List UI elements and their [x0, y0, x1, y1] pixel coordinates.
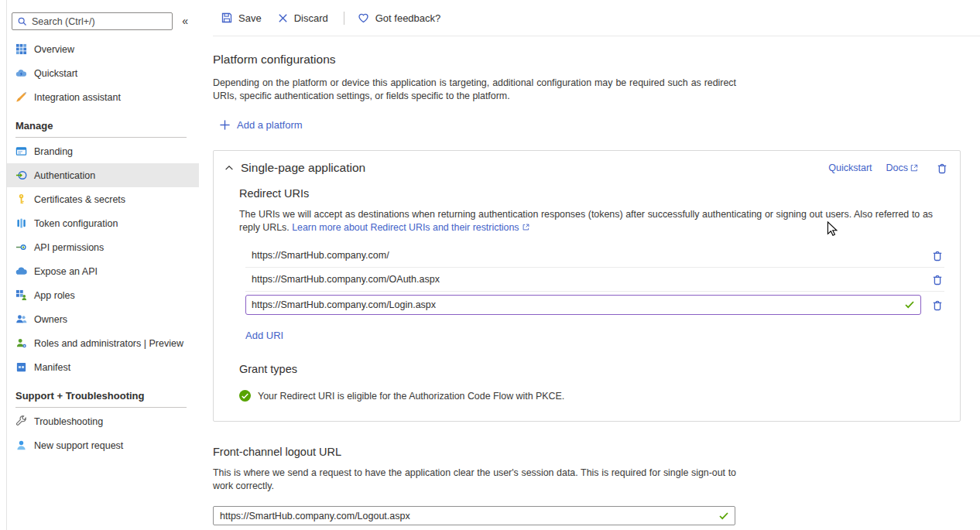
- redirect-uri-list: https://SmartHub.company.com/ https://Sm…: [245, 244, 944, 318]
- sidebar-item-label: API permissions: [34, 242, 104, 253]
- page: « Overview Quickstart: [0, 0, 980, 530]
- delete-uri-button[interactable]: [931, 273, 944, 286]
- quickstart-link[interactable]: Quickstart: [828, 162, 872, 173]
- sidebar-item-label: Manifest: [34, 362, 70, 373]
- discard-label: Discard: [294, 12, 328, 24]
- search-icon: [17, 16, 27, 26]
- grant-types-status: Your Redirect URI is eligible for the Au…: [239, 390, 944, 402]
- feedback-button[interactable]: Got feedback?: [357, 12, 441, 24]
- sidebar-item-label: Troubleshooting: [34, 416, 103, 427]
- collapse-sidebar-button[interactable]: «: [182, 15, 188, 27]
- save-label: Save: [238, 12, 262, 24]
- trash-icon: [936, 162, 948, 175]
- sidebar-item-token-configuration[interactable]: Token configuration: [7, 211, 199, 235]
- external-link-icon: [910, 163, 919, 173]
- external-link-icon: [522, 223, 530, 231]
- success-check-icon: [239, 390, 251, 402]
- sidebar-item-label: Overview: [34, 44, 74, 55]
- sidebar-item-overview[interactable]: Overview: [7, 37, 199, 61]
- wrench-icon: [15, 415, 27, 427]
- save-icon: [221, 12, 233, 24]
- sidebar-item-label: App roles: [34, 290, 75, 301]
- sidebar: « Overview Quickstart: [0, 0, 199, 530]
- sidebar-item-label: Owners: [34, 314, 67, 325]
- cloud-icon: [15, 265, 27, 277]
- sidebar-item-manifest[interactable]: Manifest: [7, 355, 199, 379]
- platform-configurations-description: Depending on the platform or device this…: [213, 77, 736, 102]
- delete-uri-button[interactable]: [931, 299, 944, 312]
- sidebar-item-label: Roles and administrators | Preview: [34, 338, 183, 349]
- sidebar-item-owners[interactable]: Owners: [7, 307, 199, 331]
- sidebar-item-label: Authentication: [34, 170, 95, 181]
- redirect-uri-value[interactable]: https://SmartHub.company.com/OAuth.aspx: [245, 274, 928, 285]
- support-person-icon: [15, 439, 27, 451]
- front-channel-logout-title: Front-channel logout URL: [213, 446, 961, 458]
- grant-types-message: Your Redirect URI is eligible for the Au…: [258, 391, 564, 402]
- front-channel-logout-input[interactable]: [213, 506, 735, 525]
- redirect-uri-row: [245, 292, 944, 318]
- trash-icon: [931, 249, 944, 262]
- discard-button[interactable]: Discard: [277, 12, 328, 24]
- trash-icon: [931, 273, 944, 286]
- grant-types-title: Grant types: [239, 363, 944, 375]
- command-bar: Save Discard Got feedback?: [213, 0, 980, 36]
- api-permission-icon: [15, 241, 27, 253]
- docs-link[interactable]: Docs: [886, 162, 919, 173]
- person-gear-icon: [15, 337, 27, 349]
- sidebar-item-integration-assistant[interactable]: Integration assistant: [7, 85, 199, 109]
- sign-in-icon: [15, 169, 27, 181]
- redirect-uris-title: Redirect URIs: [239, 187, 944, 200]
- docs-label: Docs: [886, 162, 908, 173]
- sliders-icon: [15, 217, 27, 229]
- main-content: Save Discard Got feedback? Platform conf…: [199, 0, 980, 530]
- sidebar-item-label: Branding: [34, 146, 73, 157]
- sidebar-item-authentication[interactable]: Authentication: [7, 163, 199, 187]
- divider: [344, 12, 344, 25]
- learn-more-link[interactable]: Learn more about Redirect URIs and their…: [292, 222, 519, 233]
- redirect-uri-input[interactable]: [245, 295, 921, 315]
- sidebar-item-branding[interactable]: Branding: [7, 139, 199, 163]
- sidebar-item-certificates-secrets[interactable]: Certificates & secrets: [7, 187, 199, 211]
- redirect-uri-row: https://SmartHub.company.com/OAuth.aspx: [245, 268, 944, 292]
- sidebar-section-manage: Manage: [7, 109, 199, 132]
- sidebar-item-api-permissions[interactable]: API permissions: [7, 235, 199, 259]
- divider: [15, 407, 187, 408]
- add-a-platform-label: Add a platform: [237, 119, 303, 131]
- discard-icon: [277, 12, 289, 24]
- trash-icon: [931, 299, 944, 312]
- valid-check-icon: [905, 301, 914, 309]
- delete-uri-button[interactable]: [931, 249, 944, 262]
- cloud-lightning-icon: [15, 67, 27, 79]
- grid-icon: [15, 43, 27, 55]
- heart-icon: [357, 12, 370, 24]
- sidebar-item-new-support-request[interactable]: New support request: [7, 433, 199, 457]
- search-input[interactable]: [32, 16, 167, 27]
- manifest-icon: [15, 361, 27, 373]
- redirect-uri-row: https://SmartHub.company.com/: [245, 244, 944, 268]
- add-a-platform-button[interactable]: Add a platform: [219, 119, 961, 131]
- save-button[interactable]: Save: [221, 12, 262, 24]
- redirect-uri-value[interactable]: https://SmartHub.company.com/: [245, 250, 928, 261]
- app-roles-icon: [15, 289, 27, 301]
- sidebar-item-label: Integration assistant: [34, 92, 121, 103]
- delete-platform-button[interactable]: [936, 162, 948, 175]
- redirect-uris-description: The URIs we will accept as destinations …: [239, 208, 933, 234]
- sidebar-item-expose-an-api[interactable]: Expose an API: [7, 259, 199, 283]
- chevron-up-icon[interactable]: [224, 162, 235, 173]
- sidebar-item-label: Token configuration: [34, 218, 118, 229]
- valid-check-icon: [719, 512, 728, 520]
- spa-card: Single-page application Quickstart Docs: [213, 150, 961, 422]
- sidebar-item-quickstart[interactable]: Quickstart: [7, 61, 199, 85]
- front-channel-logout-description: This is where we send a request to have …: [213, 467, 736, 492]
- add-uri-button[interactable]: Add URI: [245, 330, 283, 341]
- sidebar-item-roles-and-administrators[interactable]: Roles and administrators | Preview: [7, 331, 199, 355]
- sidebar-item-label: Certificates & secrets: [34, 194, 125, 205]
- plus-icon: [219, 119, 231, 131]
- sidebar-search[interactable]: [12, 12, 173, 30]
- key-icon: [15, 193, 27, 205]
- sidebar-item-app-roles[interactable]: App roles: [7, 283, 199, 307]
- sidebar-item-label: Expose an API: [34, 266, 98, 277]
- spa-card-title: Single-page application: [241, 161, 828, 175]
- sidebar-item-label: New support request: [34, 440, 123, 451]
- sidebar-item-troubleshooting[interactable]: Troubleshooting: [7, 409, 199, 433]
